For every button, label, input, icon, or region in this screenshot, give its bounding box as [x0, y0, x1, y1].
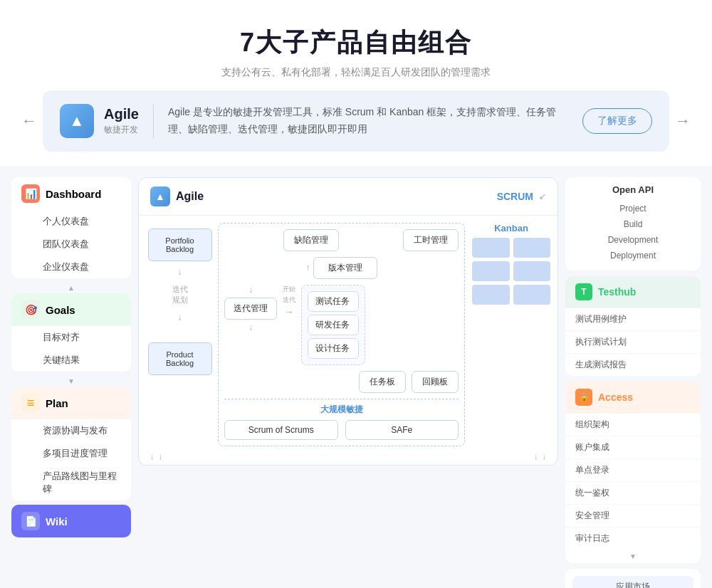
kanban-grid: [472, 238, 550, 305]
testhub-label: Testhub: [598, 286, 636, 298]
access-item-3[interactable]: 单点登录: [565, 458, 701, 481]
scrum-label: SCRUM: [497, 191, 533, 202]
banner-nav-right[interactable]: →: [675, 112, 691, 130]
task-board-node: 任务板: [359, 371, 406, 393]
page-subtitle: 支持公有云、私有化部署，轻松满足百人研发团队的管理需求: [0, 66, 712, 79]
top-row: 缺陷管理 工时管理: [224, 229, 459, 251]
dev-task-node: 研发任务: [308, 315, 359, 335]
open-api-deployment[interactable]: Deployment: [575, 248, 691, 263]
bottom-row-boards: 任务板 回顾板: [224, 371, 459, 393]
arrow-down-2: ↓: [178, 313, 182, 322]
goals-header[interactable]: 🎯 Goals: [11, 293, 131, 326]
sidebar-item-key-results[interactable]: 关键结果: [11, 349, 131, 372]
time-mgmt-node: 工时管理: [403, 229, 459, 251]
diagram-agile-logo: ▲: [150, 187, 170, 206]
app-market-button[interactable]: 应用市场: [572, 576, 693, 588]
kanban-cell-5: [472, 285, 510, 305]
diagram-bottom-arrows: ↓ ↓ ↓ ↓: [139, 451, 557, 465]
dev-tasks-box: 测试任务 研发任务 设计任务: [301, 285, 365, 365]
arrow-down-4: ↓: [248, 322, 253, 332]
sidebar-item-resource[interactable]: 资源协调与发布: [11, 419, 131, 442]
access-item-6[interactable]: 审计日志: [565, 527, 701, 550]
agile-diagram-box: ▲ Agile SCRUM ↙ Portfolio Backlog ↓ 迭代规划…: [138, 177, 558, 466]
dashboard-label: Dashboard: [46, 188, 101, 200]
arrow-down-right1: ↓: [534, 452, 538, 461]
banner-desc: Agile 是专业的敏捷开发管理工具，标准 Scrum 和 Kanban 框架，…: [168, 104, 568, 138]
banner-product-name: Agile: [104, 106, 139, 122]
start-iter-label-bot: 迭代: [283, 295, 295, 305]
portfolio-backlog-node: Portfolio Backlog: [148, 229, 212, 261]
arrow-down-3: ↓: [248, 285, 253, 295]
learn-more-button[interactable]: 了解更多: [582, 108, 652, 134]
dashboard-icon: 📊: [21, 184, 40, 203]
left-sidebar: 📊 Dashboard 个人仪表盘 团队仪表盘 企业仪表盘 ▲ 🎯 Goals …: [11, 177, 131, 588]
arrow-down-left2: ↓: [159, 452, 163, 461]
retro-board-node: 回顾板: [412, 371, 459, 393]
version-mgmt-node: 版本管理: [313, 257, 377, 279]
kanban-cell-2: [513, 238, 551, 258]
agile-logo: ▲: [60, 104, 94, 138]
sidebar-item-enterprise-dashboard[interactable]: 企业仪表盘: [11, 256, 131, 278]
large-scale-label: 大规模敏捷: [224, 404, 459, 416]
left-arrows: ↓ ↓: [150, 452, 162, 461]
access-item-4[interactable]: 统一鉴权: [565, 481, 701, 504]
open-api-title: Open API: [575, 184, 691, 195]
open-api-build[interactable]: Build: [575, 216, 691, 232]
sidebar-item-team-dashboard[interactable]: 团队仪表盘: [11, 233, 131, 256]
kanban-cell-6: [513, 285, 551, 305]
integrations-section: 应用市场 ⚫ GitHub ◈ SVN 🦊 GitLab: [565, 569, 701, 588]
large-scale-section: 大规模敏捷 Scrum of Scrums SAFe: [224, 399, 459, 440]
testhub-card: T Testhub 测试用例维护 执行测试计划 生成测试报告: [565, 276, 701, 376]
dashboard-header[interactable]: 📊 Dashboard: [11, 177, 131, 210]
access-item-1[interactable]: 组织架构: [565, 413, 701, 436]
banner-nav-left[interactable]: ←: [21, 112, 37, 130]
dashboard-arrow: ▲: [11, 283, 131, 293]
test-task-node: 测试任务: [308, 291, 359, 312]
start-iter-col: 开始 迭代 →: [283, 285, 295, 317]
dashboard-card: 📊 Dashboard 个人仪表盘 团队仪表盘 企业仪表盘: [11, 177, 131, 278]
sidebar-item-multi-progress[interactable]: 多项目进度管理: [11, 442, 131, 465]
plan-label: Plan: [46, 397, 68, 409]
start-iter-label-top: 开始: [283, 285, 295, 294]
testhub-icon: T: [575, 283, 592, 300]
access-header[interactable]: 🔒 Access: [565, 382, 701, 413]
large-scale-options: Scrum of Scrums SAFe: [224, 420, 459, 440]
scrum-main-area: 缺陷管理 工时管理 ↑ 版本管理 ↓: [218, 223, 465, 446]
goals-icon: 🎯: [21, 300, 40, 319]
open-api-development[interactable]: Development: [575, 232, 691, 248]
access-more-arrow: ▼: [565, 550, 701, 563]
open-api-project[interactable]: Project: [575, 201, 691, 216]
kanban-area: Kanban: [472, 223, 550, 446]
testhub-item-3[interactable]: 生成测试报告: [565, 353, 701, 376]
iter-plan-label: 迭代规划: [172, 284, 188, 305]
center-diagram-area: ▲ Agile SCRUM ↙ Portfolio Backlog ↓ 迭代规划…: [138, 177, 558, 588]
access-icon: 🔒: [575, 389, 592, 406]
sidebar-item-goals-align[interactable]: 目标对齐: [11, 326, 131, 349]
wiki-icon: 📄: [21, 512, 40, 530]
goals-arrow: ▼: [11, 376, 131, 387]
diagram-agile-title: Agile: [176, 190, 204, 203]
testhub-item-1[interactable]: 测试用例维护: [565, 308, 701, 330]
product-banner: ← ▲ Agile 敏捷开发 Agile 是专业的敏捷开发管理工具，标准 Scr…: [0, 90, 712, 166]
banner-divider: [153, 103, 154, 139]
sidebar-item-roadmap[interactable]: 产品路线图与里程碑: [11, 465, 131, 500]
kanban-cell-1: [472, 238, 510, 258]
open-api-section: Open API Project Build Development Deplo…: [565, 177, 701, 271]
iteration-column: ↓ 迭代管理 ↓: [224, 285, 277, 332]
right-arrows: ↓ ↓: [534, 452, 546, 461]
wiki-header[interactable]: 📄 Wiki: [11, 505, 131, 537]
access-label: Access: [598, 392, 633, 403]
safe-node: SAFe: [345, 420, 459, 440]
sidebar-item-personal-dashboard[interactable]: 个人仪表盘: [11, 210, 131, 233]
page-header: 7大子产品自由组合 支持公有云、私有化部署，轻松满足百人研发团队的管理需求: [0, 0, 712, 90]
plan-header[interactable]: ≡ Plan: [11, 387, 131, 419]
arrow-down-right2: ↓: [543, 452, 547, 461]
testhub-item-2[interactable]: 执行测试计划: [565, 330, 701, 353]
design-task-node: 设计任务: [308, 338, 359, 359]
page-title: 7大子产品自由组合: [0, 26, 712, 61]
access-item-5[interactable]: 安全管理: [565, 504, 701, 527]
testhub-header[interactable]: T Testhub: [565, 276, 701, 308]
iter-mgmt-node: 迭代管理: [224, 298, 277, 320]
access-item-2[interactable]: 账户集成: [565, 436, 701, 458]
arrow-down-1: ↓: [178, 267, 182, 277]
